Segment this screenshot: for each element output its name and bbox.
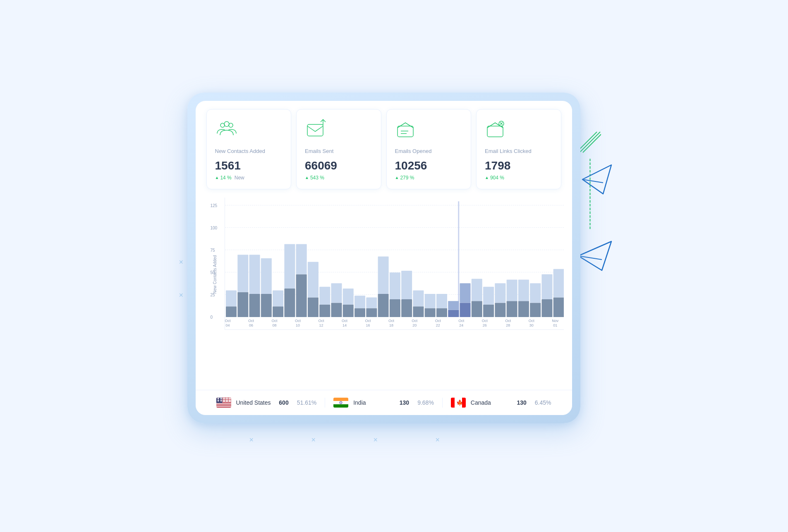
svg-rect-49	[389, 272, 400, 299]
svg-rect-31	[284, 244, 295, 289]
country-name-us: United States	[236, 399, 274, 406]
svg-rect-50	[401, 299, 412, 317]
svg-rect-76	[553, 297, 563, 317]
country-item-ca: 🍁 Canada 130 6.45%	[442, 398, 560, 408]
x-decoration: ×	[179, 291, 184, 300]
svg-rect-59	[448, 301, 459, 310]
x-label: Oct12	[318, 319, 324, 328]
svg-rect-39	[331, 283, 342, 303]
svg-rect-66	[495, 303, 505, 317]
svg-rect-43	[354, 296, 365, 308]
x-label: Oct04	[225, 319, 231, 328]
svg-rect-72	[530, 303, 541, 317]
svg-rect-71	[518, 279, 529, 301]
svg-rect-64	[483, 305, 494, 317]
svg-rect-30	[284, 289, 295, 317]
svg-rect-40	[343, 305, 353, 317]
stat-card-links-clicked: Email Links Clicked 1798 ▲ 904 %	[476, 109, 561, 189]
svg-rect-82	[216, 403, 231, 403]
svg-rect-44	[366, 308, 377, 317]
svg-text:★★★★★: ★★★★★	[217, 398, 231, 401]
x-axis-labels: Oct04Oct06Oct08Oct10Oct12Oct14Oct16Oct18…	[225, 317, 564, 329]
x-label: Oct26	[482, 319, 488, 328]
svg-point-9	[229, 123, 233, 127]
x-label: Oct18	[388, 319, 394, 328]
chart-area: New Contacts Added 125 100 75 50	[196, 193, 572, 390]
svg-rect-68	[506, 301, 517, 317]
svg-rect-53	[413, 290, 424, 306]
chart-svg	[225, 201, 564, 317]
svg-rect-28	[273, 306, 283, 317]
x-label: Oct30	[529, 319, 534, 328]
svg-rect-41	[343, 289, 353, 305]
svg-rect-26	[261, 294, 271, 317]
svg-rect-36	[319, 305, 330, 317]
email-sent-icon	[305, 118, 328, 141]
svg-rect-20	[226, 306, 237, 317]
svg-rect-47	[378, 256, 388, 293]
contacts-icon	[215, 118, 238, 141]
svg-rect-27	[261, 258, 271, 294]
svg-rect-52	[413, 306, 424, 317]
country-item-in: India 130 9.68%	[325, 398, 442, 408]
x-label: Oct16	[365, 319, 371, 328]
arrow-up-icon-3: ▲	[395, 175, 399, 180]
stat-value-links-clicked: 1798	[485, 159, 553, 172]
svg-line-2	[583, 132, 601, 153]
svg-rect-33	[296, 244, 307, 274]
svg-rect-45	[366, 297, 377, 308]
bottom-strip: ★★★★★ ★★★★★ United States 600 51.61%	[196, 390, 572, 415]
x-decoration: ×	[249, 436, 254, 444]
country-name-ca: Canada	[471, 399, 512, 406]
svg-point-8	[224, 122, 229, 126]
x-label: Oct06	[248, 319, 254, 328]
country-count-ca: 130	[517, 399, 526, 406]
svg-rect-24	[249, 294, 260, 317]
svg-rect-77	[553, 269, 563, 297]
flag-ca: 🍁	[451, 398, 466, 408]
laptop-shell: New Contacts Added 1561 ▲ 14 % New	[187, 93, 580, 423]
x-decoration: ×	[374, 436, 378, 444]
svg-rect-60	[460, 303, 470, 317]
x-label: Oct14	[342, 319, 347, 328]
flag-us: ★★★★★ ★★★★★	[216, 398, 231, 408]
svg-rect-32	[296, 274, 307, 317]
svg-rect-29	[273, 290, 283, 306]
stat-label-contacts: New Contacts Added	[215, 148, 283, 155]
svg-rect-73	[530, 283, 541, 303]
svg-rect-55	[424, 294, 435, 308]
x-decoration: ×	[436, 436, 440, 444]
x-label: Oct28	[505, 319, 511, 328]
svg-marker-3	[582, 165, 611, 194]
x-label: Nov01	[552, 319, 558, 328]
scene: × × × × × ×	[167, 80, 622, 452]
stat-card-contacts: New Contacts Added 1561 ▲ 14 % New	[206, 109, 292, 189]
svg-rect-23	[237, 255, 248, 292]
country-item-us: ★★★★★ ★★★★★ United States 600 51.61%	[208, 398, 325, 408]
country-pct-ca: 6.45%	[535, 399, 551, 406]
svg-rect-75	[541, 274, 552, 299]
stat-change-emails-sent: ▲ 543 %	[305, 175, 373, 181]
svg-line-1	[580, 132, 600, 153]
svg-rect-61	[460, 283, 470, 303]
x-label: Oct08	[271, 319, 277, 328]
svg-rect-65	[483, 286, 494, 304]
stat-label-emails-sent: Emails Sent	[305, 148, 373, 155]
paper-plane-2-icon	[576, 237, 613, 274]
stat-value-contacts: 1561	[215, 159, 283, 172]
stat-value-emails-opened: 10256	[395, 159, 463, 172]
svg-rect-21	[226, 290, 237, 306]
svg-rect-35	[307, 262, 318, 297]
country-count-in: 130	[400, 399, 409, 406]
svg-rect-37	[319, 286, 330, 304]
svg-rect-19	[458, 201, 459, 317]
svg-rect-70	[518, 301, 529, 317]
svg-rect-88	[333, 398, 348, 401]
svg-rect-42	[354, 308, 365, 317]
stat-label-links-clicked: Email Links Clicked	[485, 148, 553, 155]
svg-rect-51	[401, 271, 412, 299]
svg-rect-46	[378, 294, 388, 317]
svg-rect-12	[398, 126, 413, 137]
svg-marker-5	[578, 241, 611, 270]
svg-rect-22	[237, 292, 248, 317]
